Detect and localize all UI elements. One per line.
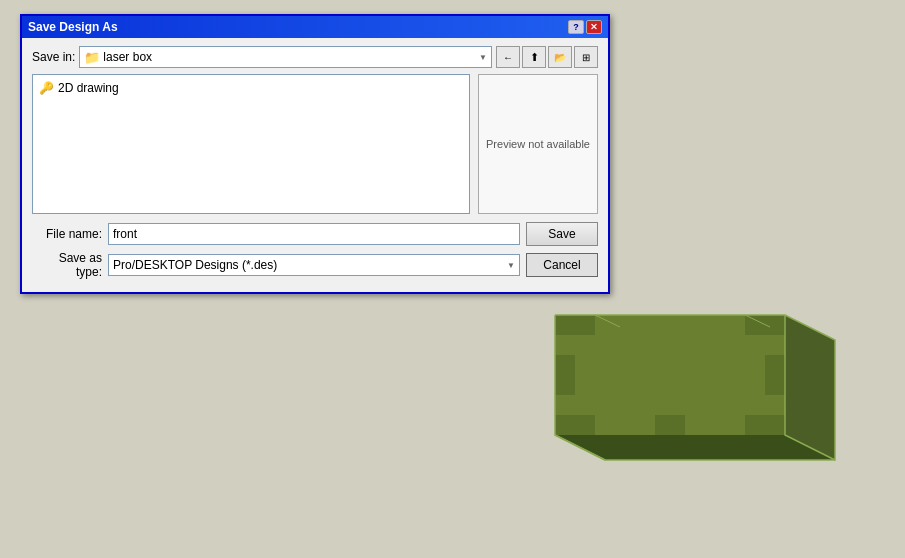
help-button[interactable]: ?	[568, 20, 584, 34]
file-item-2d-drawing[interactable]: 🔑 2D drawing	[37, 79, 465, 97]
save-as-type-row: Save as type: Pro/DESKTOP Designs (*.des…	[32, 251, 598, 279]
svg-marker-3	[555, 315, 595, 335]
up-folder-button[interactable]: ⬆	[522, 46, 546, 68]
file-name-label: File name:	[32, 227, 102, 241]
view-icon: ⊞	[582, 52, 590, 63]
save-as-type-label: Save as type:	[32, 251, 102, 279]
dialog-title: Save Design As	[28, 20, 118, 34]
dialog-titlebar: Save Design As ? ✕	[22, 16, 608, 38]
save-in-combo-text: laser box	[103, 50, 152, 64]
save-in-combo[interactable]: 📁 laser box ▼	[79, 46, 492, 68]
new-folder-button[interactable]: 📂	[548, 46, 572, 68]
dialog-body: Save in: 📁 laser box ▼ ← ⬆ 📂	[22, 38, 608, 292]
file-name-row: File name: Save	[32, 222, 598, 246]
cancel-button[interactable]: Cancel	[526, 253, 598, 277]
save-type-dropdown-arrow: ▼	[507, 261, 515, 270]
save-as-type-combo[interactable]: Pro/DESKTOP Designs (*.des) ▼	[108, 254, 520, 276]
save-as-type-value: Pro/DESKTOP Designs (*.des)	[113, 258, 277, 272]
svg-marker-8	[765, 355, 785, 395]
file-name-input[interactable]	[108, 223, 520, 245]
preview-area: Preview not available	[478, 74, 598, 214]
preview-text: Preview not available	[486, 138, 590, 150]
content-area: 🔑 2D drawing Preview not available	[32, 74, 598, 214]
back-button[interactable]: ←	[496, 46, 520, 68]
save-button[interactable]: Save	[526, 222, 598, 246]
file-item-name: 2D drawing	[58, 81, 119, 95]
back-icon: ←	[503, 52, 513, 63]
view-button[interactable]: ⊞	[574, 46, 598, 68]
titlebar-buttons: ? ✕	[568, 20, 602, 34]
svg-marker-9	[655, 415, 685, 435]
folder-icon: 📁	[84, 50, 100, 65]
svg-marker-7	[555, 355, 575, 395]
up-folder-icon: ⬆	[530, 51, 539, 64]
new-folder-icon: 📂	[554, 52, 566, 63]
save-dialog: Save Design As ? ✕ Save in: 📁 laser box …	[20, 14, 610, 294]
file-list[interactable]: 🔑 2D drawing	[32, 74, 470, 214]
toolbar-buttons: ← ⬆ 📂 ⊞	[496, 46, 598, 68]
close-button[interactable]: ✕	[586, 20, 602, 34]
save-in-row: Save in: 📁 laser box ▼ ← ⬆ 📂	[32, 46, 598, 68]
svg-marker-6	[745, 415, 785, 435]
cad-3d-shape	[505, 285, 865, 508]
combo-dropdown-arrow: ▼	[479, 53, 487, 62]
svg-marker-5	[555, 415, 595, 435]
drawing-icon: 🔑	[39, 81, 54, 95]
save-in-label: Save in:	[32, 50, 75, 64]
